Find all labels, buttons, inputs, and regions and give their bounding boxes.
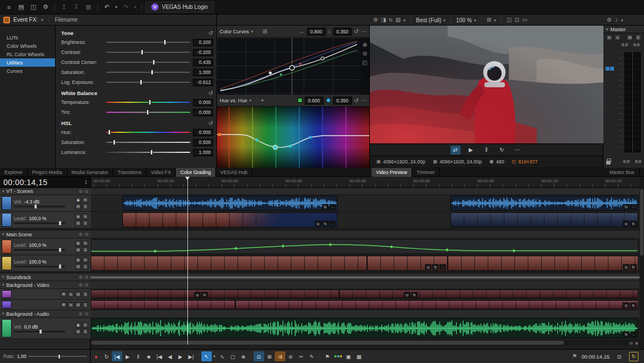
- more-options-icon[interactable]: ⋯: [361, 98, 366, 103]
- hue-slider[interactable]: [106, 129, 190, 136]
- temperature-value[interactable]: 0.000: [193, 99, 213, 106]
- preview-mode-dropdown-icon[interactable]: ▾: [404, 18, 406, 22]
- tab-color-grading[interactable]: Color Grading: [176, 168, 216, 177]
- reset-icon[interactable]: ↺: [354, 29, 359, 34]
- grid-overlay-icon[interactable]: ⊞: [487, 17, 491, 23]
- project-properties-gear-icon[interactable]: ⚙: [40, 2, 51, 13]
- luminance-slider[interactable]: [106, 149, 190, 156]
- undo-icon[interactable]: ↶: [101, 2, 112, 13]
- compositing-icon[interactable]: ⊞: [75, 257, 81, 263]
- track-color-chip[interactable]: [2, 213, 12, 227]
- curve-x-value[interactable]: 0.800: [307, 28, 326, 36]
- hue-y-value[interactable]: 0.350: [333, 97, 352, 105]
- copy-frame-icon[interactable]: ◫: [507, 17, 512, 23]
- level-slider[interactable]: [14, 266, 65, 267]
- meter-right[interactable]: [633, 52, 641, 152]
- group-mute-icon[interactable]: ⊘: [79, 275, 83, 280]
- solo-button[interactable]: S: [82, 302, 88, 308]
- zoom-out-icon[interactable]: ⊖: [363, 51, 367, 57]
- timeline-zoom-out-icon[interactable]: ⊖: [630, 341, 633, 346]
- preview-play-button[interactable]: ▶: [466, 146, 476, 155]
- temperature-slider[interactable]: [106, 99, 190, 106]
- level-slider[interactable]: [14, 249, 65, 251]
- brightness-slider[interactable]: [106, 39, 190, 46]
- mute-button[interactable]: M: [75, 302, 81, 308]
- video-event[interactable]: ⊡fx: [235, 300, 638, 309]
- audio-note-icon[interactable]: ♪: [615, 17, 618, 23]
- next-frame-button[interactable]: ▶: [175, 351, 186, 361]
- bypass-fx-icon[interactable]: ▧: [395, 17, 400, 23]
- preview-loop-button[interactable]: ↻: [497, 146, 507, 155]
- reset-icon[interactable]: ↺: [354, 98, 359, 103]
- redo-icon[interactable]: ↷: [120, 2, 131, 13]
- event-crop-button[interactable]: ⊡: [623, 264, 630, 270]
- event-crop-button[interactable]: ⊡: [315, 221, 321, 226]
- new-project-icon[interactable]: ▤: [16, 2, 27, 13]
- video-event[interactable]: ⊡fx⋯: [122, 212, 338, 227]
- track-header-video-4[interactable]: ⊞ fx M S: [0, 289, 91, 300]
- group-header-soundtrack[interactable]: ▾ Soundtrack ⊘ ⊙: [0, 274, 91, 281]
- track-color-chip[interactable]: [2, 196, 12, 210]
- tab-project-media[interactable]: Project Media: [28, 168, 67, 177]
- event-more-button[interactable]: ⋯: [439, 264, 446, 270]
- compositing-icon[interactable]: ⊞: [61, 291, 67, 297]
- play-button[interactable]: ▶: [122, 351, 133, 361]
- tab-media-generator[interactable]: Media Generator: [67, 168, 113, 177]
- tint-value[interactable]: 0.000: [193, 109, 213, 116]
- compositing-icon[interactable]: ⊞: [75, 213, 81, 220]
- event-more-button[interactable]: ⋯: [329, 221, 336, 226]
- timecode-display[interactable]: 00:00:14,15 ▴▾: [0, 177, 90, 188]
- video-event[interactable]: ⊡fx: [339, 290, 638, 299]
- event-fx-button[interactable]: fx: [623, 204, 630, 210]
- solo-button[interactable]: S: [82, 263, 88, 270]
- go-to-end-button[interactable]: ▶|: [186, 351, 196, 361]
- automation-icon[interactable]: ◆: [75, 197, 81, 203]
- solo-button[interactable]: S: [82, 291, 88, 297]
- track-header-video-2[interactable]: Level:100,0 % ⊞ fx M S: [0, 238, 91, 255]
- master-mute-button[interactable]: M: [627, 34, 633, 41]
- stop-button[interactable]: ■: [143, 351, 154, 361]
- event-crop-button[interactable]: ⊡: [623, 221, 630, 226]
- reset-icon[interactable]: ↺: [209, 91, 213, 96]
- audio-event[interactable]: fx⋯: [91, 319, 638, 338]
- previous-frame-button[interactable]: ◀: [165, 351, 175, 361]
- tab-master-bus[interactable]: Master Bus: [605, 168, 640, 177]
- event-fx-button[interactable]: fx: [322, 221, 329, 226]
- tab-explorer[interactable]: Explorer: [0, 168, 28, 177]
- normal-edit-tool-button[interactable]: ↖: [201, 351, 212, 361]
- overlay-dropdown-icon[interactable]: ▾: [494, 18, 496, 22]
- track-header-video-5[interactable]: ⊞ fx M S: [0, 300, 91, 310]
- mute-button[interactable]: M: [75, 203, 81, 210]
- preview-more-icon[interactable]: ⋯: [513, 146, 523, 155]
- quantize-to-frames-button[interactable]: ⊞: [264, 351, 275, 361]
- compositing-icon[interactable]: ⊞: [61, 302, 67, 308]
- rate-value[interactable]: 1,00: [17, 354, 27, 359]
- contrast-value[interactable]: -0.200: [193, 49, 213, 56]
- solo-button[interactable]: S: [82, 247, 88, 253]
- brightness-value[interactable]: 0.200: [193, 39, 213, 46]
- group-solo-icon[interactable]: ⊙: [85, 282, 88, 287]
- meter-left[interactable]: [625, 52, 632, 152]
- hue-curve-dropdown-icon[interactable]: ▾: [250, 98, 252, 102]
- event-fx-button[interactable]: fx: [623, 331, 630, 337]
- video-event[interactable]: [91, 300, 235, 309]
- volume-slider[interactable]: [14, 331, 65, 332]
- vegas-hub-login-button[interactable]: V VEGAS Hub Login: [145, 2, 214, 13]
- sidebar-item-luts[interactable]: LUTs: [0, 33, 55, 42]
- pause-button[interactable]: ‖: [133, 351, 143, 361]
- more-options-icon[interactable]: ⋯: [361, 29, 366, 34]
- split-screen-icon[interactable]: ◨: [381, 17, 386, 23]
- audio-event[interactable]: fx⋯: [450, 196, 638, 211]
- event-crop-button[interactable]: ⊡: [194, 292, 201, 297]
- loop-playback-button[interactable]: ↻: [101, 351, 112, 361]
- event-more-button[interactable]: ⋯: [630, 204, 637, 210]
- level-value[interactable]: 100,0 %: [29, 242, 47, 248]
- reset-icon[interactable]: ↺: [209, 121, 213, 126]
- curve-grid-icon[interactable]: ⊞: [262, 29, 267, 34]
- mixer-settings-gear-icon[interactable]: ⚙: [607, 17, 612, 23]
- insert-marker-button[interactable]: ⚑: [322, 351, 333, 361]
- group-header-main-scene[interactable]: ▾ Main Scene ⊘ ⊙: [0, 231, 91, 238]
- upload-icon[interactable]: ↥: [58, 2, 70, 13]
- sync-cursor-icon[interactable]: ⇄: [450, 146, 460, 155]
- mute-button[interactable]: M: [75, 247, 81, 253]
